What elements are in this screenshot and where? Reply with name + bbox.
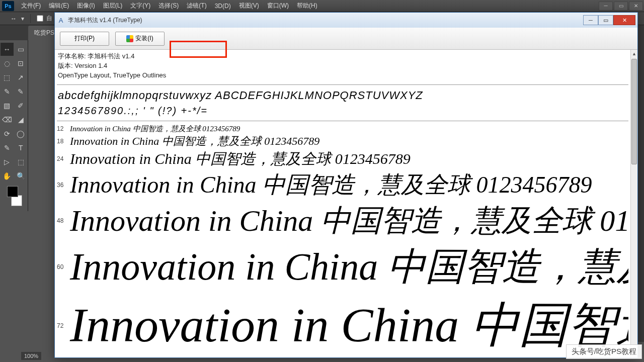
fv-glyph-preview: abcdefghijklmnopqrstuvwxyz ABCDEFGHIJKLM… [57, 85, 628, 121]
tool-pen[interactable]: ✎ [1, 141, 14, 154]
tool-gradient[interactable]: ◢ [15, 113, 28, 126]
fv-meta: 字体名称: 李旭科书法 v1.4 版本: Version 1.4 OpenTyp… [57, 50, 628, 85]
sample-text: Innovation in China 中国智造，慧及全球 0123456789 [70, 134, 319, 149]
menu-3d[interactable]: 3D(D) [211, 3, 235, 10]
sample-text: Innovation in China 中国智造，慧及全球 0123456789 [70, 169, 592, 201]
tool-healing[interactable]: ✎ [1, 85, 14, 98]
menu-select[interactable]: 选择(S) [154, 2, 183, 10]
fv-titlebar[interactable]: A 李旭科书法 v1.4 (TrueType) ─ ▭ ✕ [55, 13, 637, 28]
font-app-icon: A [57, 16, 65, 24]
fv-maximize-icon[interactable]: ▭ [598, 15, 613, 25]
tool-move[interactable]: ↔ [1, 43, 14, 56]
sample-row-18: 18Innovation in China 中国智造，慧及全球 01234567… [57, 134, 628, 149]
tool-path-select[interactable]: ▷ [1, 155, 14, 168]
ps-close-icon[interactable]: ✕ [629, 2, 643, 11]
menu-help[interactable]: 帮助(H) [293, 2, 321, 10]
ps-logo-icon: Ps [2, 1, 14, 11]
tool-crop[interactable]: ⬚ [1, 71, 14, 84]
sample-size-label: 72 [57, 322, 70, 329]
sample-size-label: 24 [57, 155, 70, 162]
tool-lasso[interactable]: ◌ [1, 57, 14, 70]
tool-brush[interactable]: ✎ [15, 85, 28, 98]
scroll-thumb[interactable] [631, 59, 637, 164]
glyph-symbols: 1234567890.:,; ' " (!?) +-*/= [58, 105, 627, 117]
sample-text: Innovation in China 中国智造，慧及全球 0123456789 [70, 241, 628, 293]
sample-row-60: 60Innovation in China 中国智造，慧及全球 01234567… [57, 241, 628, 293]
tool-rectangle[interactable]: ⬚ [15, 155, 28, 168]
sample-row-12: 12Innovation in China 中国智造，慧及全球 01234567… [57, 124, 628, 134]
tool-stamp[interactable]: ▧ [1, 99, 14, 112]
font-name-label: 字体名称: 李旭科书法 v1.4 [58, 52, 627, 61]
tool-blur[interactable]: ⟳ [1, 127, 14, 140]
tool-type[interactable]: T [15, 141, 28, 154]
tool-history-brush[interactable]: ✐ [15, 99, 28, 112]
font-version-label: 版本: Version 1.4 [58, 61, 627, 71]
fv-toolbar: 打印(P) 安装(I) [55, 28, 637, 50]
sample-row-36: 36Innovation in China 中国智造，慧及全球 01234567… [57, 169, 628, 201]
sample-size-label: 60 [57, 263, 70, 270]
ps-maximize-icon[interactable]: ▭ [614, 2, 628, 11]
auto-select-label: 自 [46, 14, 52, 23]
fv-scrollbar[interactable]: ▲ ▼ [630, 50, 637, 357]
menu-window[interactable]: 窗口(W) [263, 2, 293, 10]
swatch-fg-bg[interactable] [4, 186, 24, 206]
ps-menubar: Ps 文件(F) 编辑(E) 图像(I) 图层(L) 文字(Y) 选择(S) 滤… [0, 0, 644, 12]
menu-file[interactable]: 文件(F) [17, 2, 45, 10]
print-button[interactable]: 打印(P) [60, 32, 109, 46]
fv-close-icon[interactable]: ✕ [613, 15, 635, 25]
sample-size-label: 48 [57, 217, 70, 224]
fv-title-text: 李旭科书法 v1.4 (TrueType) [68, 16, 142, 25]
scroll-up-icon[interactable]: ▲ [631, 50, 637, 58]
font-format-label: OpenType Layout, TrueType Outlines [58, 71, 627, 80]
ps-toolbox: ↔▭ ◌⊡ ⬚↗ ✎✎ ▧✐ ⌫◢ ⟳◯ ✎T ▷⬚ ✋🔍 [0, 40, 28, 211]
tool-quick-select[interactable]: ⊡ [15, 57, 28, 70]
tool-dodge[interactable]: ◯ [15, 127, 28, 140]
tool-zoom[interactable]: 🔍 [15, 169, 28, 183]
font-viewer-window: A 李旭科书法 v1.4 (TrueType) ─ ▭ ✕ 打印(P) 安装(I… [54, 12, 638, 358]
watermark: 头条号/吃货PS教程 [566, 344, 642, 359]
glyph-alpha: abcdefghijklmnopqrstuvwxyz ABCDEFGHIJKLM… [58, 89, 627, 102]
sample-row-24: 24Innovation in China 中国智造，慧及全球 01234567… [57, 149, 628, 169]
sample-row-72: 72Innovation in China 中国智造，慧及全球 01234567… [57, 293, 628, 357]
uac-shield-icon [126, 35, 133, 42]
fv-samples: 12Innovation in China 中国智造，慧及全球 01234567… [57, 121, 628, 357]
menu-view[interactable]: 视图(V) [235, 2, 263, 10]
tool-marquee[interactable]: ▭ [15, 43, 28, 56]
fv-body: 字体名称: 李旭科书法 v1.4 版本: Version 1.4 OpenTyp… [55, 50, 630, 357]
menu-image[interactable]: 图像(I) [73, 2, 99, 10]
sample-text: Innovation in China 中国智造，慧及全球 0123456789 [70, 124, 240, 134]
ps-minimize-icon[interactable]: ─ [599, 2, 613, 11]
install-button[interactable]: 安装(I) [115, 32, 165, 46]
tool-hand[interactable]: ✋ [1, 169, 14, 183]
sample-size-label: 36 [57, 182, 70, 189]
menu-type[interactable]: 文字(Y) [126, 2, 154, 10]
ps-zoom-level[interactable]: 100% [21, 352, 41, 360]
auto-select-checkbox[interactable] [37, 15, 43, 22]
sample-text: Innovation in China 中国智造，慧及全球 0123456789 [70, 201, 628, 241]
tool-eyedropper[interactable]: ↗ [15, 71, 28, 84]
sample-size-label: 18 [57, 138, 70, 145]
menu-edit[interactable]: 编辑(E) [45, 2, 73, 10]
sample-row-48: 48Innovation in China 中国智造，慧及全球 01234567… [57, 201, 628, 241]
menu-layer[interactable]: 图层(L) [99, 2, 127, 10]
sample-size-label: 12 [57, 125, 70, 132]
tool-eraser[interactable]: ⌫ [1, 113, 14, 126]
move-tool-icon: ↔ [9, 14, 18, 23]
fv-minimize-icon[interactable]: ─ [583, 15, 598, 25]
sample-text: Innovation in China 中国智造，慧及全球 0123456789 [70, 293, 628, 357]
sample-text: Innovation in China 中国智造，慧及全球 0123456789 [70, 149, 411, 169]
menu-filter[interactable]: 滤镜(T) [183, 2, 210, 10]
